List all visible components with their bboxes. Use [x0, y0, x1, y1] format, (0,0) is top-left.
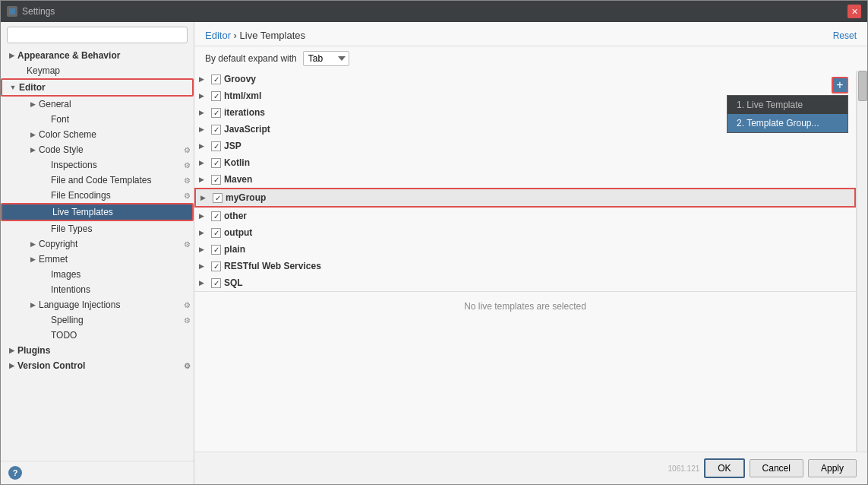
sidebar-item-label: Code Style: [39, 144, 84, 155]
expand-select[interactable]: Tab Enter Space: [303, 51, 349, 66]
sidebar-item-label: Images: [51, 269, 80, 280]
config-icon: ⚙: [184, 176, 191, 185]
window-body: ▶ Appearance & Behavior Keymap ▼ Editor …: [1, 22, 867, 484]
checkbox-maven[interactable]: [211, 175, 221, 185]
sidebar-item-version-control[interactable]: ▶ Version Control ⚙: [1, 358, 194, 373]
sidebar-item-live-templates[interactable]: Live Templates: [1, 203, 194, 221]
search-input[interactable]: [7, 27, 188, 43]
sidebar-item-label: Appearance & Behavior: [17, 50, 120, 61]
sidebar-item-copyright[interactable]: ▶ Copyright ⚙: [1, 236, 194, 252]
group-row-mygroup[interactable]: ▶ myGroup: [194, 188, 856, 208]
version-info: 1061.121: [668, 464, 700, 473]
group-name-jsp: JSP: [224, 141, 241, 151]
sidebar-item-label: Plugins: [17, 345, 50, 356]
sidebar-item-todo[interactable]: TODO: [1, 328, 194, 343]
sidebar-item-spelling[interactable]: Spelling ⚙: [1, 312, 194, 328]
group-name-javascript: JavaScript: [224, 124, 270, 135]
checkbox-other[interactable]: [211, 211, 221, 221]
checkbox-iterations[interactable]: [211, 108, 221, 118]
checkbox-groovy[interactable]: [211, 74, 221, 84]
reset-button[interactable]: Reset: [833, 30, 857, 41]
sidebar-item-file-types[interactable]: File Types: [1, 221, 194, 236]
title-bar: Settings ✕: [1, 1, 867, 22]
group-row-restful[interactable]: ▶ RESTful Web Services: [194, 258, 856, 274]
main-header: Editor › Live Templates Reset: [194, 22, 867, 46]
no-selection-message: No live templates are selected: [194, 291, 856, 321]
close-button[interactable]: ✕: [847, 5, 861, 18]
config-icon: ⚙: [184, 240, 191, 249]
checkbox-javascript[interactable]: [211, 125, 221, 135]
apply-button[interactable]: Apply: [808, 459, 857, 477]
config-icon: ⚙: [184, 301, 191, 309]
arrow-icon: [40, 331, 49, 340]
sidebar-item-label: General: [39, 99, 71, 109]
sidebar-item-font[interactable]: Font: [1, 112, 194, 127]
checkbox-output[interactable]: [211, 228, 221, 238]
breadcrumb: Editor › Live Templates: [205, 30, 305, 41]
checkbox-jsp[interactable]: [211, 141, 221, 151]
sidebar-item-appearance[interactable]: ▶ Appearance & Behavior: [1, 48, 194, 63]
config-icon: ⚙: [184, 192, 191, 200]
scrollbar[interactable]: [857, 71, 867, 452]
config-icon: ⚙: [184, 316, 191, 325]
checkbox-html[interactable]: [211, 91, 221, 101]
sidebar-item-label: Language Injections: [39, 300, 120, 310]
sidebar-item-emmet[interactable]: ▶ Emmet: [1, 252, 194, 267]
group-row-jsp[interactable]: ▶ JSP: [194, 138, 856, 154]
ok-button[interactable]: OK: [704, 458, 744, 478]
checkbox-sql[interactable]: [211, 278, 221, 288]
group-name-mygroup: myGroup: [226, 192, 266, 203]
group-row-maven[interactable]: ▶ Maven: [194, 171, 856, 188]
breadcrumb-current: Live Templates: [240, 30, 305, 41]
breadcrumb-editor[interactable]: Editor: [205, 30, 231, 41]
sidebar-item-label: Copyright: [39, 239, 77, 249]
scrollbar-thumb[interactable]: [858, 71, 867, 101]
dropdown-template-group[interactable]: 2. Template Group...: [728, 114, 847, 132]
sidebar-item-images[interactable]: Images: [1, 267, 194, 282]
group-row-groovy[interactable]: ▶ Groovy: [194, 71, 851, 87]
sidebar-item-file-encodings[interactable]: File Encodings ⚙: [1, 188, 194, 203]
group-row-plain[interactable]: ▶ plain: [194, 241, 856, 258]
arrow-icon: ▶: [199, 212, 208, 220]
template-type-dropdown: 1. Live Template 2. Template Group...: [727, 95, 848, 133]
group-row-sql[interactable]: ▶ SQL: [194, 274, 856, 291]
sidebar-item-code-style[interactable]: ▶ Code Style ⚙: [1, 142, 194, 157]
sidebar-tree: ▶ Appearance & Behavior Keymap ▼ Editor …: [1, 48, 194, 461]
arrow-icon: ▶: [28, 130, 37, 139]
sidebar-item-inspections[interactable]: Inspections ⚙: [1, 157, 194, 173]
template-list-panel: + 1. Live Template 2. Template Group... …: [194, 71, 857, 452]
toolbar: By default expand with Tab Enter Space: [194, 46, 867, 71]
arrow-icon: ▶: [199, 246, 208, 253]
sidebar-item-file-code-templates[interactable]: File and Code Templates ⚙: [1, 173, 194, 188]
group-row-other[interactable]: ▶ other: [194, 208, 856, 224]
checkbox-restful[interactable]: [211, 262, 221, 271]
add-template-button[interactable]: +: [832, 77, 848, 94]
cancel-button[interactable]: Cancel: [750, 459, 803, 477]
group-name-restful: RESTful Web Services: [224, 261, 321, 271]
group-row-kotlin[interactable]: ▶ Kotlin: [194, 154, 856, 171]
arrow-icon: ▶: [28, 239, 37, 249]
arrow-icon: ▶: [7, 346, 16, 355]
sidebar-item-language-injections[interactable]: ▶ Language Injections ⚙: [1, 297, 194, 312]
arrow-icon: ▶: [28, 300, 37, 309]
group-name-output: output: [224, 227, 252, 238]
arrow-icon: [42, 208, 51, 217]
checkbox-mygroup[interactable]: [213, 193, 223, 203]
checkbox-plain[interactable]: [211, 245, 221, 255]
sidebar-item-general[interactable]: ▶ General: [1, 97, 194, 112]
sidebar-item-plugins[interactable]: ▶ Plugins: [1, 343, 194, 358]
help-area: ?: [1, 461, 194, 484]
arrow-icon: ▶: [199, 142, 208, 150]
arrow-icon: ▶: [199, 159, 208, 166]
help-icon[interactable]: ?: [8, 466, 22, 480]
app-icon: [7, 6, 17, 17]
sidebar-item-intentions[interactable]: Intentions: [1, 282, 194, 297]
dropdown-live-template[interactable]: 1. Live Template: [728, 96, 847, 114]
sidebar-item-editor[interactable]: ▼ Editor: [1, 78, 194, 97]
sidebar-item-keymap[interactable]: Keymap: [1, 63, 194, 78]
sidebar-item-color-scheme[interactable]: ▶ Color Scheme: [1, 127, 194, 142]
sidebar-item-label: Inspections: [51, 160, 97, 170]
checkbox-kotlin[interactable]: [211, 158, 221, 168]
arrow-icon: [40, 176, 49, 185]
group-row-output[interactable]: ▶ output: [194, 224, 856, 241]
